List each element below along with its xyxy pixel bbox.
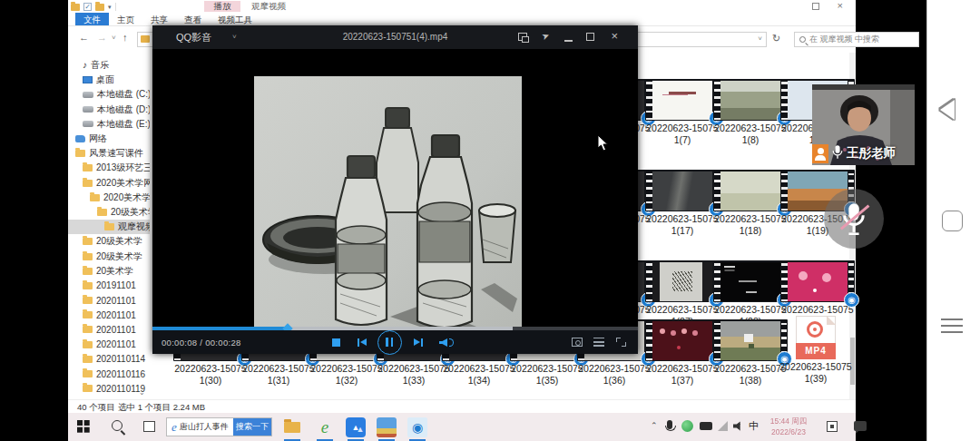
- sidebar-item-network[interactable]: 网络: [68, 132, 150, 146]
- volume-wave-icon[interactable]: [449, 338, 454, 347]
- sidebar-item-folder[interactable]: 20美术学: [68, 264, 150, 279]
- tray-expand-icon[interactable]: [651, 421, 658, 430]
- sidebar-item-folder[interactable]: 2020110119: [68, 381, 150, 396]
- sidebar-item-music[interactable]: 音乐: [68, 58, 150, 73]
- sidebar-item-folder[interactable]: 20级美术学: [68, 234, 150, 249]
- fullscreen-button[interactable]: [616, 338, 626, 347]
- sidebar-item-folder[interactable]: 20级美术学: [68, 205, 150, 220]
- chevron-down-icon[interactable]: [232, 33, 237, 41]
- next-icon[interactable]: [414, 338, 420, 346]
- collapse-panel-icon[interactable]: [940, 100, 955, 120]
- stop-button[interactable]: [332, 338, 340, 347]
- sidebar-item-folder[interactable]: 20201101: [68, 308, 150, 322]
- video-frame[interactable]: [152, 49, 638, 327]
- tab-home[interactable]: 主页: [109, 13, 142, 25]
- tab-video-tools[interactable]: 视频工具: [210, 13, 260, 25]
- tray-volume-icon[interactable]: [733, 421, 743, 431]
- minimize-icon[interactable]: [564, 40, 573, 42]
- windows-start-button[interactable]: [77, 420, 90, 433]
- sidebar-item-folder[interactable]: 20191101: [68, 279, 150, 293]
- chevron-down-icon[interactable]: ˅: [112, 34, 116, 42]
- folder-icon: [97, 209, 107, 216]
- chevron-down-icon[interactable]: [758, 34, 762, 43]
- player-app-name[interactable]: QQ影音: [176, 31, 211, 44]
- next-button[interactable]: [421, 338, 423, 347]
- sidebar-item-folder[interactable]: 20201101: [68, 322, 150, 337]
- taskbar-search-button[interactable]: 搜索一下: [233, 417, 271, 436]
- sidebar-item-disk-e[interactable]: 本地磁盘 (E:): [68, 117, 150, 132]
- file-item-video[interactable]: 20220623-150751(38): [713, 319, 788, 387]
- file-item-video[interactable]: 20220623-150751(18): [713, 170, 788, 237]
- file-item-video[interactable]: 20220623-150751(28): [713, 260, 788, 328]
- up-icon[interactable]: ↑: [122, 32, 128, 43]
- webcam-video-tile[interactable]: 王彤老师: [812, 84, 915, 165]
- file-item-mp4[interactable]: MP4 20220623-150751(39): [779, 316, 853, 385]
- contextual-tab-play[interactable]: 播放: [204, 1, 240, 12]
- task-view-icon[interactable]: [143, 421, 155, 432]
- maximize-icon[interactable]: [586, 33, 594, 41]
- tray-window-icon[interactable]: [827, 421, 838, 432]
- refresh-icon[interactable]: [772, 33, 780, 44]
- photo-app-taskbar-icon[interactable]: [377, 417, 397, 437]
- mini-mode-icon[interactable]: [518, 33, 527, 41]
- chevron-down-icon[interactable]: [139, 388, 145, 397]
- meeting-app-taskbar-icon[interactable]: [346, 417, 366, 437]
- file-explorer-taskbar-icon[interactable]: [282, 417, 302, 437]
- launch-icon[interactable]: [540, 30, 551, 42]
- close-button[interactable]: [838, 0, 843, 11]
- sidebar-item-desktop[interactable]: 桌面: [68, 73, 150, 87]
- tab-file[interactable]: 文件: [75, 13, 109, 25]
- sidebar-item-selected-folder[interactable]: 观摩视频: [68, 220, 150, 234]
- menu-icon[interactable]: [941, 318, 963, 333]
- taskbar-search-query[interactable]: 唐山打人事件: [180, 421, 230, 433]
- file-item-video[interactable]: 20220623-150751(7): [645, 79, 720, 146]
- video-thumbnail: [713, 170, 788, 211]
- mute-button[interactable]: [824, 189, 884, 249]
- previous-button[interactable]: [358, 338, 359, 347]
- sidebar-item-disk-d[interactable]: 本地磁盘 (D:): [68, 103, 150, 117]
- sidebar-item-folder[interactable]: 20201101: [68, 293, 150, 308]
- sidebar-item-folder[interactable]: 2020美术学网: [68, 176, 150, 191]
- snapshot-button[interactable]: [572, 338, 583, 347]
- qq-player-taskbar-icon[interactable]: [407, 417, 427, 437]
- sidebar-item-folder[interactable]: 20201101: [68, 338, 150, 352]
- stop-share-button[interactable]: [942, 211, 963, 231]
- file-item-video[interactable]: 20220623-150751(27): [645, 260, 720, 328]
- tray-camera-icon[interactable]: [700, 422, 712, 430]
- clock-time: 15:44 周四: [765, 416, 812, 426]
- tab-view[interactable]: 查看: [176, 13, 210, 25]
- sidebar-item-folder[interactable]: 2020美术学: [68, 191, 150, 205]
- chevron-down-icon[interactable]: [108, 4, 112, 11]
- playlist-button[interactable]: [593, 338, 604, 347]
- back-icon[interactable]: ←: [79, 32, 89, 43]
- sidebar-item-disk-c[interactable]: 本地磁盘 (C:): [68, 87, 150, 102]
- search-input[interactable]: 在 观摩视频 中搜索: [794, 32, 919, 47]
- search-icon[interactable]: [112, 420, 122, 431]
- previous-icon[interactable]: [360, 338, 367, 346]
- player-titlebar[interactable]: QQ影音 20220623-150751(4).mp4: [152, 25, 638, 49]
- sidebar-item-folder[interactable]: 2020110114: [68, 352, 150, 367]
- forward-icon[interactable]: →: [97, 32, 107, 43]
- pause-button[interactable]: [377, 330, 402, 355]
- sidebar-item-folder[interactable]: 2020110116: [68, 367, 150, 381]
- file-item-video[interactable]: 20220623-150751(17): [645, 170, 720, 237]
- sidebar-item-folder[interactable]: 20级美术学: [68, 249, 150, 263]
- tray-mic-icon[interactable]: [667, 420, 672, 429]
- maximize-button[interactable]: [812, 3, 819, 10]
- close-icon[interactable]: [611, 29, 618, 43]
- tray-clock[interactable]: 15:44 周四 2022/6/23: [765, 416, 812, 437]
- notification-center-icon[interactable]: [854, 421, 867, 431]
- taskbar-search-box[interactable]: e 唐山打人事件 搜索一下: [166, 417, 272, 436]
- sidebar-item-folder[interactable]: 风景速写课件: [68, 146, 150, 161]
- quick-access-toolbar[interactable]: [71, 2, 116, 12]
- tab-share[interactable]: 共享: [142, 13, 176, 25]
- tray-antivirus-icon[interactable]: [681, 420, 693, 432]
- volume-icon[interactable]: [439, 338, 447, 347]
- browser-taskbar-icon[interactable]: e: [315, 417, 335, 437]
- file-item-video[interactable]: 20220623-150751(37): [645, 319, 720, 387]
- ime-indicator[interactable]: 中: [749, 419, 759, 433]
- player-filename: 20220623-150751(4).mp4: [343, 32, 448, 42]
- tray-network-icon[interactable]: [718, 421, 728, 431]
- sidebar-item-folder[interactable]: 2013级环艺三: [68, 161, 150, 175]
- file-item-video[interactable]: 20220623-150751(8): [713, 79, 788, 146]
